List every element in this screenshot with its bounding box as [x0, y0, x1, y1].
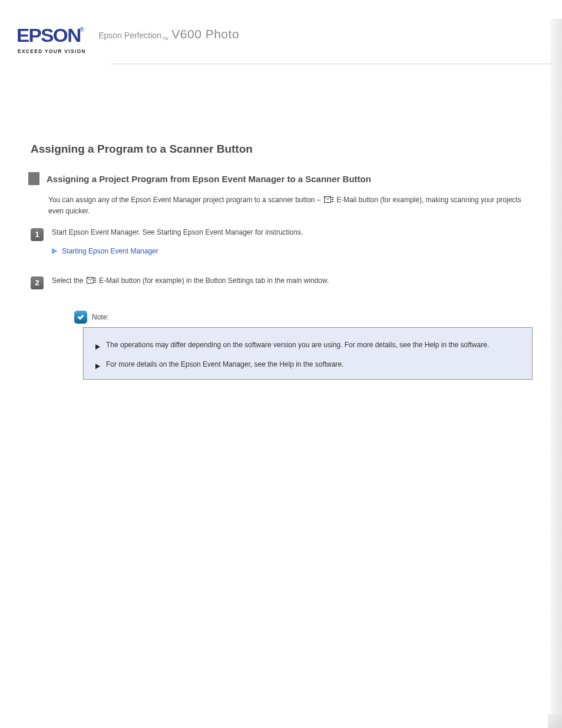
svg-rect-3: [332, 201, 333, 202]
bullet-icon: [95, 342, 100, 347]
step-1-text-a: Start Epson Event Manager. See: [52, 228, 157, 236]
product-name: Epson PerfectionTM V600 Photo: [98, 27, 239, 41]
page-corner-fold: [548, 714, 562, 728]
note-check-icon: [74, 311, 87, 324]
step-1-body: Start Epson Event Manager. See Starting …: [52, 227, 303, 241]
note-item-text: For more details on the Epson Event Mana…: [106, 359, 344, 370]
svg-rect-1: [332, 197, 333, 198]
step-number-icon: 2: [31, 276, 44, 289]
note-box: The operations may differ depending on t…: [83, 327, 533, 380]
mail-icon: [87, 276, 96, 282]
intro-text-1: You can assign any of the Epson Event Ma…: [48, 196, 323, 204]
step-2-text-b: E-Mail button (for example) in the Butto…: [99, 276, 329, 285]
intro-paragraph: You can assign any of the Epson Event Ma…: [48, 195, 533, 216]
svg-rect-7: [94, 280, 96, 281]
brand-logo: EPSON® EXCEED YOUR VISION: [18, 26, 86, 54]
svg-rect-8: [94, 282, 96, 283]
step-2-text-a: Select the: [52, 276, 85, 285]
svg-marker-4: [52, 248, 58, 254]
header: EPSON® EXCEED YOUR VISION Epson Perfecti…: [0, 0, 562, 54]
page-shadow: [550, 19, 562, 714]
see-also-link[interactable]: Starting Epson Event Manager: [62, 247, 158, 255]
note-item: The operations may differ depending on t…: [95, 340, 523, 351]
svg-marker-9: [95, 344, 100, 350]
content: Assigning a Program to a Scanner Button …: [0, 54, 562, 380]
svg-rect-2: [332, 199, 333, 200]
product-model: V600 Photo: [171, 27, 239, 41]
step-1-text-b: for instructions.: [255, 228, 303, 236]
mail-icon: [324, 195, 333, 202]
step-1-inline-link[interactable]: Starting Epson Event Manager: [157, 228, 253, 236]
page: EPSON® EXCEED YOUR VISION Epson Perfecti…: [0, 0, 562, 728]
product-prefix: Epson Perfection: [98, 31, 161, 40]
see-also-link-row: Starting Epson Event Manager: [52, 247, 533, 255]
step-1: 1 Start Epson Event Manager. See Startin…: [31, 227, 533, 241]
svg-marker-10: [95, 364, 100, 369]
header-divider: [111, 64, 551, 64]
note-item-text: The operations may differ depending on t…: [106, 340, 489, 351]
brand-wordmark: EPSON: [16, 26, 81, 45]
note-header: Note:: [74, 311, 533, 324]
step-number-icon: 1: [31, 228, 44, 241]
link-arrow-icon: [52, 248, 58, 253]
brand-tagline: EXCEED YOUR VISION: [18, 48, 86, 54]
bullet-icon: [95, 361, 100, 367]
step-2-body: Select the E-Mail button (for example) i…: [52, 275, 329, 289]
section-marker-icon: [28, 172, 39, 185]
svg-rect-6: [94, 278, 96, 279]
page-title: Assigning a Program to a Scanner Button: [31, 143, 533, 156]
step-2: 2 Select the E-Mail button (for example)…: [31, 275, 533, 289]
note-block: Note: The operations may differ dependin…: [74, 311, 533, 380]
section-heading: Assigning a Project Program from Epson E…: [47, 174, 371, 184]
note-label: Note:: [92, 313, 109, 321]
note-item: For more details on the Epson Event Mana…: [95, 359, 523, 370]
section-heading-row: Assigning a Project Program from Epson E…: [28, 172, 533, 185]
trademark: TM: [163, 37, 168, 41]
